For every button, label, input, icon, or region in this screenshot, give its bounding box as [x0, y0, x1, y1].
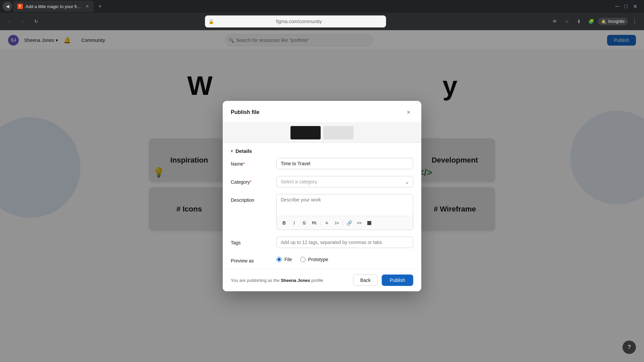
- download-icon[interactable]: ⬇: [574, 16, 584, 27]
- modal-header: Publish file ×: [223, 101, 421, 123]
- preview-as-label: Preview as: [231, 255, 271, 263]
- tab-close-button[interactable]: ✕: [85, 4, 90, 9]
- category-select[interactable]: Select a category UI Kits Icons Wirefram…: [276, 176, 413, 187]
- category-label: Category*: [231, 176, 271, 185]
- description-field-row: Description B I S H1 ≡ 1≡: [231, 194, 413, 230]
- details-section-header[interactable]: ▾ Details: [231, 143, 413, 158]
- tab-title: Add a little magic to your files: [25, 4, 82, 9]
- category-field-control: Select a category UI Kits Icons Wirefram…: [276, 176, 413, 187]
- description-container: B I S H1 ≡ 1≡ 🔗 <> ⬛: [276, 194, 413, 230]
- close-button[interactable]: ✕: [633, 3, 637, 10]
- bold-button[interactable]: B: [279, 218, 289, 228]
- strikethrough-button[interactable]: S: [300, 218, 309, 228]
- name-field-row: Name*: [231, 158, 413, 169]
- name-required-marker: *: [243, 161, 245, 167]
- publish-file-modal: Publish file × ▾ Details Name*: [223, 101, 421, 291]
- preview-as-control: File Prototype: [276, 255, 413, 262]
- prototype-radio-label[interactable]: Prototype: [300, 257, 328, 262]
- category-required-marker: *: [250, 179, 252, 185]
- tags-input[interactable]: [276, 237, 413, 248]
- category-field-row: Category* Select a category UI Kits Icon…: [231, 176, 413, 187]
- ordered-list-button[interactable]: 1≡: [332, 218, 341, 228]
- chevron-icon: ▾: [231, 149, 233, 154]
- window-controls: ─ □ ✕: [615, 3, 641, 10]
- modal-footer: You are publishing as the Sheena Jones p…: [223, 269, 421, 291]
- page-background: SJ Sheena Jones ▾ 🔔 Community 🔍 Publish …: [0, 30, 644, 362]
- tab-group-button[interactable]: ◀: [3, 2, 12, 11]
- browser-toolbar-icons: 👁 ☆ ⬇ 🧩 🕵️ Incognito ⋮: [549, 16, 640, 27]
- tags-field-row: Tags: [231, 237, 413, 248]
- file-radio-input[interactable]: [276, 257, 282, 262]
- tab-favicon: F: [17, 4, 23, 9]
- unordered-list-button[interactable]: ≡: [322, 218, 331, 228]
- name-field-control: [276, 158, 413, 169]
- forward-nav-button[interactable]: →: [17, 16, 28, 27]
- browser-chrome: ◀ F Add a little magic to your files ✕ +…: [0, 0, 644, 30]
- name-input[interactable]: [276, 158, 413, 169]
- prototype-radio-input[interactable]: [300, 257, 306, 262]
- address-input[interactable]: [205, 15, 386, 27]
- footer-publishing-info: You are publishing as the Sheena Jones p…: [231, 278, 323, 283]
- minimize-button[interactable]: ─: [615, 3, 619, 10]
- back-button[interactable]: Back: [353, 275, 378, 286]
- italic-button[interactable]: I: [289, 218, 299, 228]
- embed-button[interactable]: ⬛: [365, 218, 374, 228]
- preview-thumbnail-light: [323, 126, 354, 139]
- more-options-icon[interactable]: ⋮: [629, 16, 640, 27]
- help-button[interactable]: ?: [623, 341, 636, 354]
- address-bar-security-icon: 🔒: [208, 19, 214, 24]
- description-label: Description: [231, 194, 271, 203]
- modal-close-button[interactable]: ×: [404, 108, 413, 117]
- incognito-icon: 🕵️: [601, 19, 606, 24]
- description-textarea[interactable]: [277, 194, 413, 215]
- new-tab-button[interactable]: +: [95, 2, 105, 11]
- active-tab[interactable]: F Add a little magic to your files ✕: [13, 1, 94, 12]
- restore-button[interactable]: □: [624, 3, 628, 10]
- toolbar-separator-2: [343, 220, 343, 226]
- tab-bar: ◀ F Add a little magic to your files ✕ +…: [0, 0, 644, 13]
- file-radio-label[interactable]: File: [276, 257, 292, 262]
- heading-button[interactable]: H1: [310, 218, 319, 228]
- footer-user-name: Sheena Jones: [281, 278, 310, 283]
- modal-overlay: Publish file × ▾ Details Name*: [0, 30, 644, 362]
- preview-thumbnail-dark: [290, 126, 321, 139]
- reload-button[interactable]: ↻: [31, 16, 42, 27]
- prototype-radio-text: Prototype: [308, 257, 328, 262]
- preview-radio-group: File Prototype: [276, 255, 413, 262]
- description-toolbar: B I S H1 ≡ 1≡ 🔗 <> ⬛: [277, 216, 413, 230]
- name-label: Name*: [231, 158, 271, 167]
- tags-field-control: [276, 237, 413, 248]
- address-bar-row: ← → ↻ 🔒 👁 ☆ ⬇ 🧩 🕵️ Incognito ⋮: [0, 13, 644, 30]
- footer-actions: Back Publish: [353, 275, 413, 286]
- extensions-icon[interactable]: 🧩: [586, 16, 596, 27]
- publish-button[interactable]: Publish: [382, 275, 413, 286]
- link-button[interactable]: 🔗: [344, 218, 354, 228]
- details-section-label: Details: [235, 148, 252, 154]
- toolbar-separator-1: [320, 220, 321, 226]
- tags-label: Tags: [231, 237, 271, 245]
- description-field-control: B I S H1 ≡ 1≡ 🔗 <> ⬛: [276, 194, 413, 230]
- modal-preview-area: [223, 123, 421, 143]
- file-radio-text: File: [284, 257, 292, 262]
- preview-as-field-row: Preview as File Prototype: [231, 255, 413, 263]
- modal-title: Publish file: [231, 109, 259, 115]
- screen-reader-icon[interactable]: 👁: [549, 16, 560, 27]
- code-button[interactable]: <>: [355, 218, 364, 228]
- incognito-badge: 🕵️ Incognito: [598, 18, 628, 25]
- incognito-label: Incognito: [608, 19, 625, 24]
- back-nav-button[interactable]: ←: [4, 16, 15, 27]
- bookmark-star-icon[interactable]: ☆: [561, 16, 572, 27]
- modal-body: ▾ Details Name* Category*: [223, 143, 421, 269]
